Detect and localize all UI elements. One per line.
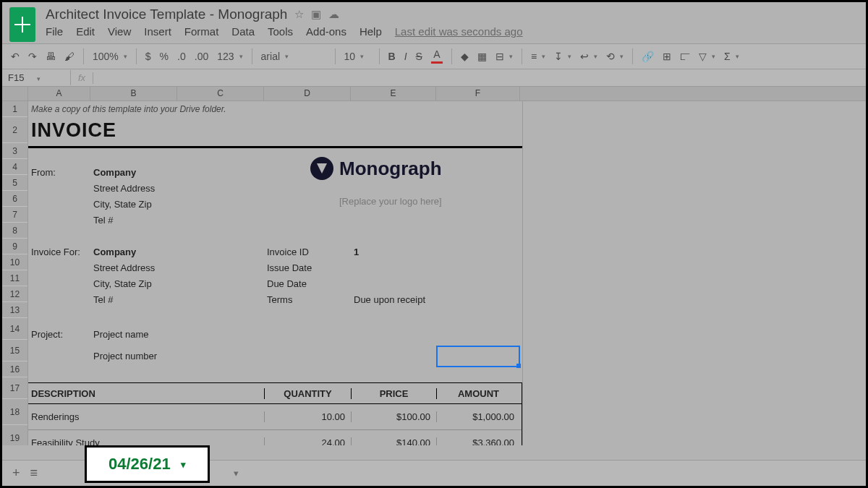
active-sheet-tab[interactable]: 04/26/21▾ xyxy=(85,445,210,483)
line-item-qty: 24.00 xyxy=(264,437,351,445)
text-rotation-button[interactable]: ⟲ xyxy=(606,51,624,62)
menu-edit[interactable]: Edit xyxy=(76,25,95,38)
strikethrough-button[interactable]: S xyxy=(416,51,422,62)
from-city: City, State Zip xyxy=(90,199,177,210)
bold-button[interactable]: B xyxy=(388,51,396,62)
percent-format-button[interactable]: % xyxy=(160,51,169,62)
fill-color-button[interactable]: ◆ xyxy=(461,51,469,62)
number-format-select[interactable]: 123 xyxy=(217,51,242,62)
font-size-select[interactable]: 10 xyxy=(344,51,370,62)
row-header[interactable]: 6 xyxy=(2,191,27,207)
functions-button[interactable]: Σ xyxy=(724,51,739,62)
redo-icon[interactable]: ↷ xyxy=(28,51,37,62)
add-sheet-button[interactable]: + xyxy=(12,466,20,481)
invoice-id-label: Invoice ID xyxy=(264,247,351,257)
cloud-status-icon: ☁ xyxy=(328,8,339,21)
menu-data[interactable]: Data xyxy=(231,25,255,38)
invoice-id-value: 1 xyxy=(351,247,436,257)
row-header[interactable]: 5 xyxy=(2,175,27,191)
decrease-decimal-button[interactable]: .0 xyxy=(177,51,186,62)
to-street: Street Address xyxy=(90,262,177,273)
print-icon[interactable]: 🖶 xyxy=(46,51,56,62)
paint-format-icon[interactable]: 🖌 xyxy=(64,51,75,62)
menu-view[interactable]: View xyxy=(108,25,131,38)
col-header-b[interactable]: B xyxy=(90,87,177,100)
filter-button[interactable]: ▽ xyxy=(699,51,715,62)
col-header-f[interactable]: F xyxy=(436,87,520,100)
project-name: Project name xyxy=(90,329,177,340)
line-item-qty: 10.00 xyxy=(264,411,351,422)
currency-format-button[interactable]: $ xyxy=(145,51,151,62)
formula-input[interactable] xyxy=(93,69,866,86)
terms-label: Terms xyxy=(264,294,351,305)
insert-link-icon[interactable]: 🔗 xyxy=(642,51,654,62)
from-tel: Tel # xyxy=(90,215,177,226)
row-header[interactable]: 17 xyxy=(2,377,27,399)
select-all-corner[interactable] xyxy=(2,87,28,101)
vertical-align-button[interactable]: ↧ xyxy=(554,51,571,62)
row-header[interactable]: 11 xyxy=(2,270,27,286)
row-header[interactable]: 16 xyxy=(2,361,27,377)
name-box[interactable]: F15▾ xyxy=(2,70,71,85)
merge-cells-button[interactable]: ⊟ xyxy=(495,51,513,62)
menu-file[interactable]: File xyxy=(46,25,63,38)
row-header[interactable]: 12 xyxy=(2,286,27,302)
horizontal-align-button[interactable]: ≡ xyxy=(531,51,545,62)
row-header[interactable]: 10 xyxy=(2,254,27,270)
row-header[interactable]: 7 xyxy=(2,207,27,223)
row-header[interactable]: 13 xyxy=(2,302,27,318)
increase-decimal-button[interactable]: .00 xyxy=(195,51,208,62)
sheet-tab-dropdown-icon[interactable]: ▾ xyxy=(234,468,239,479)
last-edit-status[interactable]: Last edit was seconds ago xyxy=(395,25,523,38)
line-item-amount: $3,360.00 xyxy=(436,437,520,445)
col-header-a[interactable]: A xyxy=(28,87,90,100)
row-header[interactable]: 3 xyxy=(2,143,27,159)
insert-chart-icon[interactable]: ⫍ xyxy=(680,51,690,62)
menu-addons[interactable]: Add-ons xyxy=(306,25,346,38)
template-note: Make a copy of this template into your D… xyxy=(28,104,520,114)
sheets-app-icon[interactable] xyxy=(9,7,35,42)
font-family-select[interactable]: arial xyxy=(261,51,326,62)
move-folder-icon[interactable]: ▣ xyxy=(311,8,321,21)
line-item-desc: Feasibility Study xyxy=(28,437,264,445)
undo-icon[interactable]: ↶ xyxy=(11,51,20,62)
menu-format[interactable]: Format xyxy=(184,25,219,38)
insert-comment-icon[interactable]: ⊞ xyxy=(663,51,671,62)
cells-area[interactable]: Make a copy of this template into your D… xyxy=(28,101,866,445)
logo-placeholder-text: [Replace your logo here] xyxy=(339,196,442,207)
line-item-price: $100.00 xyxy=(351,411,436,422)
italic-button[interactable]: I xyxy=(404,51,407,62)
th-price: PRICE xyxy=(351,388,436,399)
menu-help[interactable]: Help xyxy=(359,25,382,38)
row-header[interactable]: 1 xyxy=(2,101,27,117)
text-wrap-button[interactable]: ↩ xyxy=(580,51,597,62)
row-header[interactable]: 9 xyxy=(2,239,27,254)
row-header[interactable]: 4 xyxy=(2,159,27,175)
col-header-d[interactable]: D xyxy=(264,87,351,100)
row-header[interactable]: 18 xyxy=(2,399,27,425)
row-header[interactable]: 14 xyxy=(2,318,27,340)
row-header[interactable]: 2 xyxy=(2,117,27,143)
th-amount: AMOUNT xyxy=(436,388,520,399)
zoom-select[interactable]: 100% xyxy=(93,51,127,62)
text-color-button[interactable]: A xyxy=(431,49,443,64)
col-header-c[interactable]: C xyxy=(177,87,264,100)
toolbar: ↶ ↷ 🖶 🖌 100% $ % .0 .00 123 arial 10 B I… xyxy=(2,43,866,69)
from-street: Street Address xyxy=(90,183,177,194)
menu-tools[interactable]: Tools xyxy=(268,25,293,38)
star-icon[interactable]: ☆ xyxy=(294,8,304,21)
row-header[interactable]: 15 xyxy=(2,340,27,361)
row-headers[interactable]: 1 2 3 4 5 6 7 8 9 10 11 12 13 14 15 16 1… xyxy=(2,101,28,445)
all-sheets-button[interactable]: ≡ xyxy=(30,466,38,481)
row-header[interactable]: 8 xyxy=(2,223,27,239)
column-headers[interactable]: A B C D E F xyxy=(28,87,866,101)
project-label: Project: xyxy=(28,329,90,340)
document-title[interactable]: Architect Invoice Template - Monograph xyxy=(46,7,287,22)
project-number: Project number xyxy=(90,351,177,361)
menu-insert[interactable]: Insert xyxy=(144,25,171,38)
row-header[interactable]: 19 xyxy=(2,425,27,445)
borders-button[interactable]: ▦ xyxy=(477,51,487,62)
to-city: City, State Zip xyxy=(90,278,177,289)
col-header-e[interactable]: E xyxy=(351,87,436,100)
fx-label: fx xyxy=(71,72,93,83)
